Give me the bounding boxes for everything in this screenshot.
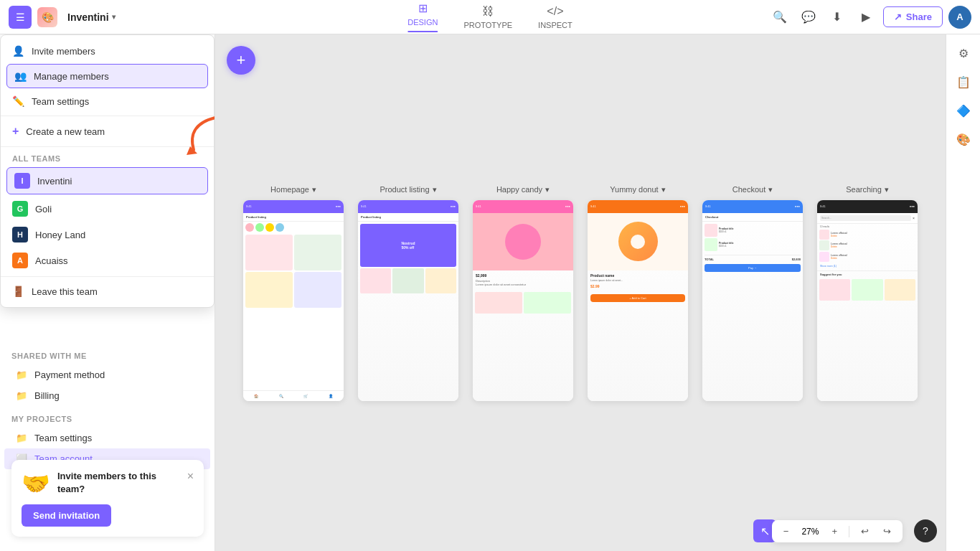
palette-icon: 🎨: [956, 133, 971, 146]
right-sidebar: ⚙ 📋 🔷 🎨: [946, 34, 980, 551]
main-area: 👤 Invite members 👥 Manage members ✏️ Tea…: [0, 34, 980, 551]
design-icon: ⊞: [418, 1, 428, 15]
team-item-honey-land[interactable]: H Honey Land: [1, 222, 214, 248]
team-badge-inventini: I: [14, 173, 30, 189]
add-button[interactable]: +: [227, 46, 255, 75]
create-team-icon: +: [12, 125, 19, 138]
team-name-button[interactable]: Inventini ▾: [63, 9, 120, 26]
invite-banner: 🤝 Invite members to this team? × Send in…: [11, 460, 204, 537]
frames-container: Homepage ▾ 9:41●●● Product listing: [229, 171, 932, 415]
download-button[interactable]: ⬇: [826, 6, 849, 29]
team-badge-goli: G: [12, 201, 28, 217]
chevron-icon-checkout: ▾: [768, 185, 773, 194]
team-settings-label: Team settings: [32, 96, 89, 107]
prototype-icon: ⛓: [482, 5, 494, 18]
inspect-icon: </>: [547, 5, 563, 18]
frame-label-checkout: Checkout ▾: [732, 185, 773, 194]
sidebar-item-billing[interactable]: 📁 Billing: [4, 385, 210, 406]
frame-img-product-listing[interactable]: 9:41●●● Product listing Nostrud50% off: [358, 200, 458, 401]
avatar[interactable]: A: [948, 6, 971, 29]
zoom-level: 27%: [797, 527, 823, 537]
sidebar-content: SHARED WITH ME 📁 Payment method 📁 Billin…: [0, 343, 215, 469]
hamburger-icon: ☰: [16, 11, 25, 23]
canvas-area: + Homepage ▾ 9:41●●● Product listing: [215, 34, 946, 551]
search-icon: 🔍: [773, 10, 787, 24]
plus-icon-zoom: +: [831, 526, 837, 537]
leave-team-item[interactable]: 🚪 Leave this team: [1, 280, 214, 303]
chat-button[interactable]: 💬: [797, 6, 820, 29]
banner-top: 🤝 Invite members to this team? ×: [22, 470, 194, 497]
tab-prototype[interactable]: ⛓ PROTOTYPE: [452, 2, 524, 32]
sidebar-item-payment[interactable]: 📁 Payment method: [4, 364, 210, 385]
banner-text: Invite members to this team?: [57, 470, 180, 496]
frame-img-happy-candy[interactable]: 9:41●●● $2,999 DescriptionLorem ipsum do…: [473, 200, 573, 401]
avatar-initials: A: [956, 11, 963, 22]
frame-happy-candy: Happy candy ▾ 9:41●●● $2,999 Descriptio: [473, 185, 573, 401]
components-icon-button[interactable]: 🔷: [951, 98, 976, 123]
separator-2: [1, 146, 214, 147]
layers-icon-button[interactable]: 📋: [951, 69, 976, 95]
dropdown-invite-members[interactable]: 👤 Invite members: [1, 39, 214, 62]
invite-members-label: Invite members: [32, 46, 95, 57]
hamburger-button[interactable]: ☰: [9, 6, 32, 29]
send-invitation-button[interactable]: Send invitation: [22, 504, 111, 527]
dropdown-manage-members[interactable]: 👥 Manage members: [6, 64, 208, 88]
tab-design[interactable]: ⊞ DESIGN: [396, 0, 449, 35]
dropdown-team-settings[interactable]: ✏️ Team settings: [1, 90, 214, 113]
separator-1: [1, 116, 214, 116]
share-icon: ↗: [894, 11, 902, 22]
frame-label-homepage: Homepage ▾: [270, 185, 316, 194]
help-button[interactable]: ?: [914, 519, 937, 542]
dropdown-menu: 👤 Invite members 👥 Manage members ✏️ Tea…: [0, 34, 215, 308]
play-icon: ▶: [862, 10, 870, 24]
topbar: ☰ 🎨 Inventini ▾ ⊞ DESIGN ⛓ PROTOTYPE </>…: [0, 0, 980, 34]
team-item-inventini[interactable]: I Inventini: [6, 167, 208, 194]
folder-icon: 📁: [16, 369, 27, 380]
sidebar: 👤 Invite members 👥 Manage members ✏️ Tea…: [0, 34, 215, 551]
my-projects-label: MY PROJECTS: [0, 406, 215, 428]
frame-label-searching: Searching ▾: [846, 185, 889, 194]
payment-label: Payment method: [34, 369, 105, 380]
components-icon: 🔷: [956, 104, 971, 118]
billing-label: Billing: [34, 390, 60, 401]
create-new-team-item[interactable]: + Create a new team: [1, 119, 214, 143]
team-badge-honey-land: H: [12, 227, 28, 242]
frame-product-listing: Product listing ▾ 9:41●●● Product listin…: [358, 185, 458, 401]
banner-close-button[interactable]: ×: [187, 470, 194, 483]
redo-button[interactable]: ↪: [877, 523, 897, 540]
search-button[interactable]: 🔍: [768, 6, 791, 29]
folder-icon-settings: 📁: [16, 433, 27, 443]
tab-inspect[interactable]: </> INSPECT: [527, 2, 584, 32]
question-mark-icon: ?: [923, 525, 928, 537]
team-item-goli[interactable]: G Goli: [1, 196, 214, 222]
banner-emoji: 🤝: [22, 470, 50, 497]
leave-team-label: Leave this team: [32, 286, 98, 297]
adjust-icon-button[interactable]: ⚙: [951, 40, 976, 66]
frame-img-homepage[interactable]: 9:41●●● Product listing: [243, 200, 344, 401]
frame-img-searching[interactable]: 9:41●●● Search... × 10 results Lorem off…: [817, 200, 918, 401]
frame-checkout: Checkout ▾ 9:41●●● Checkout P: [702, 185, 803, 401]
frame-homepage: Homepage ▾ 9:41●●● Product listing: [243, 185, 344, 401]
frame-yummy-donut: Yummy donut ▾ 9:41●●●: [588, 185, 688, 401]
team-name-label: Inventini: [67, 11, 109, 23]
plus-icon: +: [237, 51, 246, 70]
sidebar-item-team-settings[interactable]: 📁 Team settings: [4, 428, 210, 448]
team-settings-sidebar-label: Team settings: [34, 433, 92, 443]
chevron-icon-searching: ▾: [885, 185, 889, 194]
invite-members-icon: 👤: [12, 45, 24, 57]
team-name-inventini: Inventini: [37, 176, 72, 187]
undo-button[interactable]: ↩: [855, 523, 875, 540]
share-button[interactable]: ↗ Share: [883, 6, 943, 27]
team-item-acuaiss[interactable]: A Acuaiss: [1, 248, 214, 273]
play-button[interactable]: ▶: [854, 6, 877, 29]
topbar-center: ⊞ DESIGN ⛓ PROTOTYPE </> INSPECT: [396, 0, 584, 35]
topbar-right: 🔍 💬 ⬇ ▶ ↗ Share A: [768, 6, 971, 29]
palette-icon-button[interactable]: 🎨: [951, 126, 976, 152]
frame-img-checkout[interactable]: 9:41●●● Checkout Product title $100 x1: [702, 200, 803, 401]
manage-members-label: Manage members: [34, 71, 109, 82]
zoom-out-button[interactable]: −: [778, 523, 795, 540]
zoom-in-button[interactable]: +: [826, 523, 843, 540]
sliders-icon: ⚙: [958, 47, 969, 60]
frame-img-yummy-donut[interactable]: 9:41●●● Product name Lorem ipsum dolor s…: [588, 200, 688, 401]
topbar-left: ☰ 🎨 Inventini ▾: [9, 6, 120, 29]
